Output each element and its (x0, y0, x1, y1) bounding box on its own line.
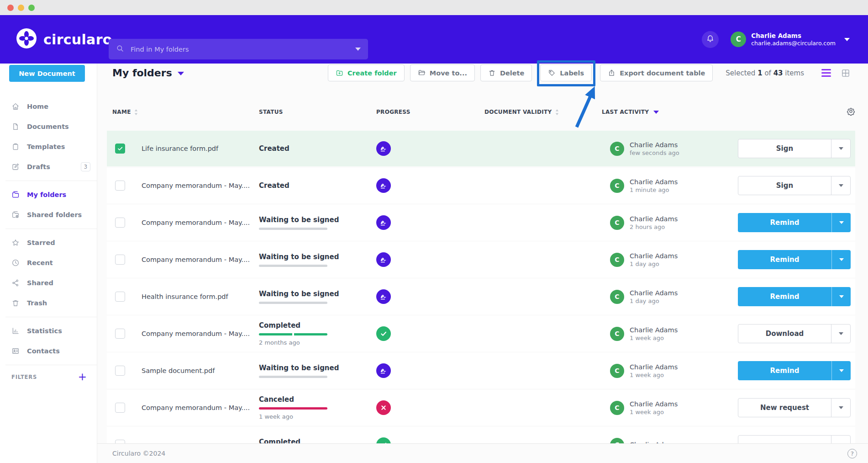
row-checkbox[interactable] (115, 218, 125, 228)
table-row[interactable]: Health insurance form.pdf Waiting to be … (107, 279, 855, 314)
avatar: C (610, 364, 624, 378)
action-label[interactable]: Download (738, 325, 831, 343)
row-checkbox[interactable] (115, 329, 125, 339)
list-view-button[interactable] (821, 69, 831, 77)
table-row[interactable]: Life insurance form.pdf Created C Charli… (107, 131, 855, 166)
sidebar-item-drafts[interactable]: Drafts3 (0, 157, 97, 177)
sidebar: New Document Home Documents Templates Dr… (0, 64, 97, 463)
sidebar-item-statistics[interactable]: Statistics (0, 321, 97, 341)
document-name[interactable]: Company memorandum - May.... (142, 330, 250, 337)
sidebar-item-shared[interactable]: Shared (0, 273, 97, 293)
table-row[interactable]: Company memorandum - May.... Canceled 1 … (107, 390, 855, 426)
table-row[interactable]: Company memorandum - May.... Waiting to … (107, 205, 855, 240)
notifications-button[interactable] (702, 31, 719, 48)
document-name[interactable]: Company memorandum - May.... (142, 219, 250, 226)
maximize-window-button[interactable] (28, 5, 35, 11)
row-action-button[interactable]: Remind (738, 213, 851, 232)
action-label[interactable]: Remind (738, 287, 831, 306)
row-action-button[interactable]: Remind (738, 250, 851, 269)
minimize-window-button[interactable] (18, 5, 24, 11)
row-action-button[interactable]: Download (738, 324, 851, 343)
action-dropdown-button[interactable] (831, 325, 850, 343)
table-row[interactable]: Company memorandum - May.... Waiting to … (107, 242, 855, 277)
document-name[interactable]: Company memorandum - May.... (142, 404, 250, 411)
sidebar-item-recent[interactable]: Recent (0, 253, 97, 273)
sidebar-item-documents[interactable]: Documents (0, 117, 97, 137)
progress-badge[interactable] (376, 178, 391, 193)
document-name[interactable]: Company memorandum - May.... (142, 256, 250, 263)
activity-person: Charlie Adams (630, 363, 678, 371)
delete-button[interactable]: Delete (480, 64, 532, 81)
document-name[interactable]: Company memorandum - May.... (142, 182, 250, 189)
table-row[interactable]: Sample document.pdf Waiting to be signed… (107, 353, 855, 388)
progress-badge[interactable] (376, 363, 391, 378)
row-action-button[interactable]: Sign (738, 176, 851, 195)
row-action-button[interactable]: Remind (738, 287, 851, 306)
search-bar[interactable] (109, 39, 368, 59)
action-label[interactable]: New request (738, 399, 831, 417)
export-document-table-button[interactable]: Export document table (600, 64, 713, 81)
sidebar-item-contacts[interactable]: Contacts (0, 341, 97, 361)
table-settings-button[interactable] (847, 107, 855, 116)
move-to-button[interactable]: Move to... (410, 64, 475, 81)
row-checkbox[interactable] (115, 403, 125, 413)
document-name[interactable]: Life insurance form.pdf (142, 145, 218, 152)
action-label[interactable]: Remind (738, 250, 831, 269)
action-dropdown-button[interactable] (831, 139, 850, 158)
document-name[interactable]: Sample document.pdf (142, 367, 215, 374)
status-cell: Waiting to be signed (259, 253, 376, 267)
row-checkbox[interactable] (115, 255, 125, 265)
action-dropdown-button[interactable] (831, 361, 851, 380)
sidebar-item-trash[interactable]: Trash (0, 293, 97, 313)
row-checkbox[interactable] (115, 292, 125, 302)
document-name[interactable]: Health insurance form.pdf (142, 293, 228, 300)
table-row[interactable]: Company memorandum - May.... Created C C… (107, 168, 855, 203)
progress-badge[interactable] (376, 215, 391, 230)
action-dropdown-button[interactable] (831, 176, 850, 195)
progress-badge[interactable] (376, 289, 391, 304)
column-header-progress[interactable]: PROGRESS (376, 109, 484, 115)
folder-title-dropdown[interactable]: My folders (112, 67, 184, 79)
row-action-button[interactable]: Sign (738, 139, 851, 158)
brand-logo[interactable]: circularo (16, 28, 112, 50)
action-dropdown-button[interactable] (831, 213, 851, 232)
action-dropdown-button[interactable] (831, 287, 851, 306)
user-menu[interactable]: C Charlie Adams charlie.adams@circularo.… (731, 32, 850, 47)
help-button[interactable]: ? (847, 449, 857, 458)
search-scope-dropdown-icon[interactable] (355, 48, 361, 51)
add-filter-button[interactable]: + (78, 372, 87, 382)
labels-button[interactable]: Labels (540, 64, 592, 81)
row-checkbox[interactable] (115, 144, 125, 154)
sidebar-item-templates[interactable]: Templates (0, 137, 97, 157)
column-header-validity[interactable]: DOCUMENT VALIDITY (484, 109, 602, 115)
action-label[interactable]: Sign (738, 176, 831, 195)
column-header-status[interactable]: STATUS (259, 109, 376, 115)
table-row[interactable]: Company memorandum - May.... Completed 2… (107, 316, 855, 351)
action-label[interactable]: Remind (738, 213, 831, 232)
row-action-button[interactable]: Remind (738, 361, 851, 380)
close-window-button[interactable] (7, 5, 14, 11)
progress-badge[interactable] (376, 252, 391, 267)
progress-badge[interactable] (376, 326, 391, 341)
action-label[interactable]: Remind (738, 361, 831, 380)
sidebar-item-my-folders[interactable]: My folders (0, 185, 97, 205)
column-header-name[interactable]: NAME (107, 109, 259, 115)
progress-badge[interactable] (376, 400, 391, 415)
action-label[interactable]: Sign (738, 139, 831, 158)
row-checkbox[interactable] (115, 181, 125, 191)
new-document-button[interactable]: New Document (9, 65, 85, 82)
row-action-button[interactable]: New request (738, 398, 851, 417)
status-text: Canceled (259, 395, 376, 404)
progress-badge[interactable] (376, 141, 391, 156)
action-dropdown-button[interactable] (831, 250, 851, 269)
grid-view-button[interactable] (841, 69, 850, 78)
create-folder-button[interactable]: Create folder (328, 64, 405, 81)
sidebar-item-home[interactable]: Home (0, 96, 97, 117)
sidebar-item-shared-folders[interactable]: Shared folders (0, 205, 97, 225)
search-input[interactable] (131, 46, 349, 53)
sidebar-item-starred[interactable]: Starred (0, 233, 97, 253)
action-dropdown-button[interactable] (831, 399, 850, 417)
signature-icon (379, 181, 389, 191)
row-checkbox[interactable] (115, 366, 125, 376)
column-header-last-activity[interactable]: LAST ACTIVITY (602, 109, 855, 115)
